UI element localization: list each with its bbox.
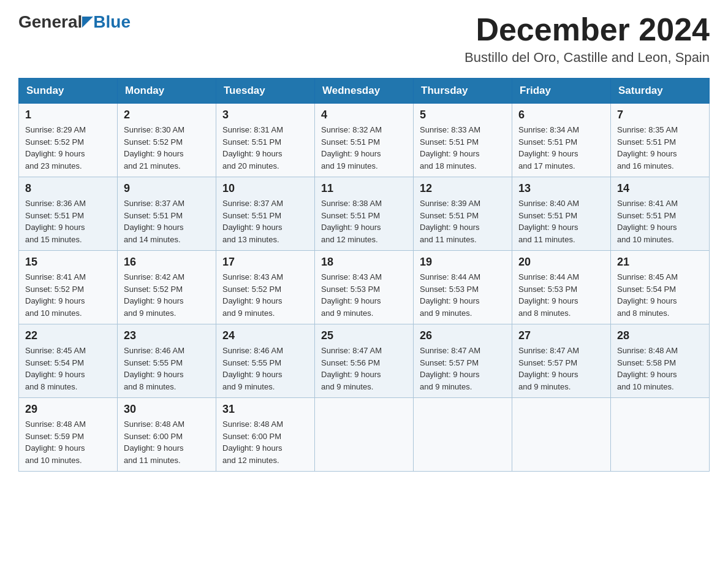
- calendar-week-row: 1 Sunrise: 8:29 AM Sunset: 5:52 PM Dayli…: [19, 104, 710, 177]
- day-info: Sunrise: 8:46 AM Sunset: 5:55 PM Dayligh…: [124, 345, 210, 393]
- day-info: Sunrise: 8:42 AM Sunset: 5:52 PM Dayligh…: [124, 271, 210, 319]
- day-info: Sunrise: 8:43 AM Sunset: 5:52 PM Dayligh…: [222, 271, 308, 319]
- day-number: 11: [321, 182, 407, 195]
- daylight-label: Daylight: 9 hours: [420, 370, 480, 379]
- svg-marker-0: [82, 17, 93, 28]
- daylight-label: Daylight: 9 hours: [124, 296, 184, 305]
- logo-triangle-icon: [82, 17, 93, 28]
- day-info: Sunrise: 8:32 AM Sunset: 5:51 PM Dayligh…: [321, 124, 407, 172]
- daylight-minutes: and 20 minutes.: [222, 161, 279, 170]
- day-number: 21: [617, 256, 703, 269]
- calendar-cell: 25 Sunrise: 8:47 AM Sunset: 5:56 PM Dayl…: [315, 324, 414, 398]
- weekday-header-monday: Monday: [118, 79, 216, 104]
- sunrise-label: Sunrise: 8:36 AM: [25, 199, 86, 208]
- sunset-label: Sunset: 5:53 PM: [420, 285, 479, 294]
- calendar-week-row: 15 Sunrise: 8:41 AM Sunset: 5:52 PM Dayl…: [19, 251, 710, 324]
- day-info: Sunrise: 8:47 AM Sunset: 5:57 PM Dayligh…: [420, 345, 506, 393]
- day-info: Sunrise: 8:41 AM Sunset: 5:51 PM Dayligh…: [617, 197, 703, 245]
- sunrise-label: Sunrise: 8:38 AM: [321, 199, 382, 208]
- calendar-week-row: 29 Sunrise: 8:48 AM Sunset: 5:59 PM Dayl…: [19, 398, 710, 472]
- daylight-label: Daylight: 9 hours: [124, 223, 184, 232]
- day-number: 24: [222, 329, 308, 342]
- daylight-label: Daylight: 9 hours: [518, 296, 578, 305]
- sunset-label: Sunset: 5:57 PM: [420, 358, 479, 367]
- daylight-label: Daylight: 9 hours: [617, 370, 677, 379]
- daylight-label: Daylight: 9 hours: [518, 149, 578, 158]
- daylight-minutes: and 9 minutes.: [420, 308, 472, 318]
- calendar-cell: 13 Sunrise: 8:40 AM Sunset: 5:51 PM Dayl…: [512, 177, 611, 251]
- logo-general: General: [18, 12, 82, 32]
- sunrise-label: Sunrise: 8:39 AM: [420, 199, 480, 208]
- sunset-label: Sunset: 5:52 PM: [124, 285, 183, 294]
- calendar-cell: 17 Sunrise: 8:43 AM Sunset: 5:52 PM Dayl…: [216, 251, 315, 324]
- day-info: Sunrise: 8:36 AM Sunset: 5:51 PM Dayligh…: [25, 197, 111, 245]
- sunset-label: Sunset: 5:55 PM: [124, 358, 183, 367]
- sunset-label: Sunset: 5:59 PM: [25, 432, 84, 441]
- day-info: Sunrise: 8:48 AM Sunset: 5:58 PM Dayligh…: [617, 345, 703, 393]
- day-info: Sunrise: 8:35 AM Sunset: 5:51 PM Dayligh…: [617, 124, 703, 172]
- daylight-minutes: and 9 minutes.: [124, 308, 176, 318]
- day-number: 2: [124, 109, 210, 121]
- sunrise-label: Sunrise: 8:32 AM: [321, 125, 382, 134]
- daylight-label: Daylight: 9 hours: [25, 296, 85, 305]
- sunset-label: Sunset: 5:51 PM: [420, 211, 479, 220]
- daylight-minutes: and 9 minutes.: [222, 382, 275, 391]
- sunrise-label: Sunrise: 8:34 AM: [518, 125, 579, 134]
- sunrise-label: Sunrise: 8:40 AM: [518, 199, 579, 208]
- sunset-label: Sunset: 5:52 PM: [222, 285, 281, 294]
- sunset-label: Sunset: 5:56 PM: [321, 358, 380, 367]
- sunset-label: Sunset: 5:52 PM: [25, 285, 84, 294]
- daylight-label: Daylight: 9 hours: [420, 223, 480, 232]
- day-info: Sunrise: 8:48 AM Sunset: 6:00 PM Dayligh…: [124, 418, 210, 466]
- sunset-label: Sunset: 5:51 PM: [25, 211, 84, 220]
- daylight-minutes: and 11 minutes.: [518, 235, 575, 244]
- daylight-minutes: and 11 minutes.: [124, 456, 181, 465]
- sunset-label: Sunset: 5:54 PM: [617, 285, 676, 294]
- day-info: Sunrise: 8:48 AM Sunset: 6:00 PM Dayligh…: [222, 418, 308, 466]
- calendar-cell: 18 Sunrise: 8:43 AM Sunset: 5:53 PM Dayl…: [315, 251, 414, 324]
- daylight-label: Daylight: 9 hours: [222, 296, 282, 305]
- weekday-header-thursday: Thursday: [414, 79, 512, 104]
- calendar-cell: 1 Sunrise: 8:29 AM Sunset: 5:52 PM Dayli…: [19, 104, 118, 177]
- day-number: 1: [25, 109, 111, 121]
- calendar-cell: [414, 398, 512, 472]
- day-number: 13: [518, 182, 604, 195]
- sunset-label: Sunset: 6:00 PM: [222, 432, 281, 441]
- sunrise-label: Sunrise: 8:46 AM: [124, 346, 184, 355]
- sunset-label: Sunset: 5:57 PM: [518, 358, 577, 367]
- daylight-label: Daylight: 9 hours: [518, 370, 578, 379]
- sunrise-label: Sunrise: 8:41 AM: [617, 199, 678, 208]
- day-info: Sunrise: 8:37 AM Sunset: 5:51 PM Dayligh…: [222, 197, 308, 245]
- day-number: 5: [420, 109, 506, 121]
- daylight-label: Daylight: 9 hours: [321, 296, 381, 305]
- day-info: Sunrise: 8:38 AM Sunset: 5:51 PM Dayligh…: [321, 197, 407, 245]
- weekday-header-row: SundayMondayTuesdayWednesdayThursdayFrid…: [19, 79, 710, 104]
- day-number: 22: [25, 329, 111, 342]
- weekday-header-wednesday: Wednesday: [315, 79, 414, 104]
- daylight-label: Daylight: 9 hours: [222, 223, 282, 232]
- daylight-minutes: and 8 minutes.: [617, 308, 669, 318]
- day-number: 18: [321, 256, 407, 269]
- sunset-label: Sunset: 5:51 PM: [321, 211, 380, 220]
- calendar-cell: 10 Sunrise: 8:37 AM Sunset: 5:51 PM Dayl…: [216, 177, 315, 251]
- daylight-minutes: and 9 minutes.: [420, 382, 472, 391]
- day-number: 10: [222, 182, 308, 195]
- day-number: 26: [420, 329, 506, 342]
- calendar-week-row: 8 Sunrise: 8:36 AM Sunset: 5:51 PM Dayli…: [19, 177, 710, 251]
- calendar-cell: 20 Sunrise: 8:44 AM Sunset: 5:53 PM Dayl…: [512, 251, 611, 324]
- daylight-label: Daylight: 9 hours: [25, 370, 85, 379]
- daylight-label: Daylight: 9 hours: [222, 370, 282, 379]
- weekday-header-saturday: Saturday: [611, 79, 710, 104]
- daylight-minutes: and 15 minutes.: [25, 235, 82, 244]
- sunrise-label: Sunrise: 8:29 AM: [25, 125, 86, 134]
- day-number: 4: [321, 109, 407, 121]
- calendar-cell: 4 Sunrise: 8:32 AM Sunset: 5:51 PM Dayli…: [315, 104, 414, 177]
- sunset-label: Sunset: 5:53 PM: [321, 285, 380, 294]
- sunrise-label: Sunrise: 8:43 AM: [222, 272, 283, 282]
- day-number: 7: [617, 109, 703, 121]
- daylight-label: Daylight: 9 hours: [25, 149, 85, 158]
- weekday-header-friday: Friday: [512, 79, 611, 104]
- day-number: 27: [518, 329, 604, 342]
- sunset-label: Sunset: 5:52 PM: [25, 137, 84, 147]
- day-number: 30: [124, 403, 210, 416]
